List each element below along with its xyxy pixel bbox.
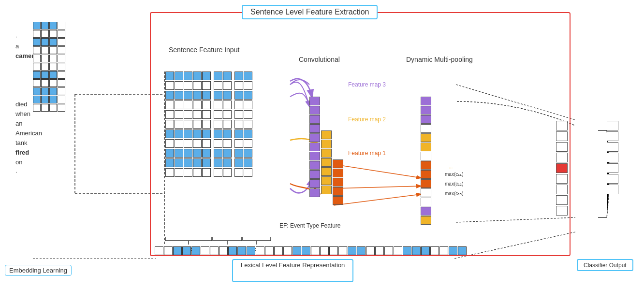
diagram-container: · a cameraman died when an American tank… [0, 0, 644, 288]
output-col [556, 121, 568, 216]
word-american: American [15, 130, 42, 137]
feature-map-3-col [309, 97, 320, 197]
max-c12-label: max(c₁₂) [445, 181, 464, 187]
lexical-label: Lexical Level Feature Representation [241, 261, 345, 269]
word-dot-bottom: · [15, 168, 17, 175]
classifier-output-box: Classifier Output [577, 259, 633, 271]
word-fired: fired [15, 149, 29, 156]
classifier-output-label: Classifier Output [584, 262, 627, 269]
lexical-box: Lexical Level Feature Representation [232, 259, 353, 282]
word-on: on [15, 158, 22, 166]
header-sentence-feature-input: Sentence Feature Input [169, 46, 239, 54]
header-convolutional: Convolutional [299, 56, 340, 63]
embedding-label-box: Embedding Learning [5, 265, 72, 276]
embed-grid [33, 22, 65, 112]
word-dot-top: · [15, 33, 17, 40]
label-feature-map-1: Feature map 1 [348, 150, 386, 157]
lexical-feature-row [155, 246, 467, 255]
feature-map-2-col [321, 130, 332, 194]
max-c13-label: max(c₁₃) [445, 191, 464, 196]
label-ef-event: EF: Event Type Feature [279, 222, 341, 229]
label-feature-map-2: Feature map 2 [348, 116, 386, 123]
sfi-grid [165, 72, 252, 177]
dmp-purple-col [421, 97, 431, 225]
word-died: died [15, 101, 28, 108]
final-output-col [607, 121, 618, 194]
feature-map-1-col [333, 159, 343, 205]
header-dynamic-multi-pooling: Dynamic Multi-pooling [406, 56, 473, 63]
sentence-level-title: Sentence Level Feature Extraction [250, 8, 369, 16]
word-an: an [15, 120, 22, 127]
embedding-label: Embedding Learning [9, 267, 67, 274]
sentence-level-title-box: Sentence Level Feature Extraction [242, 5, 378, 19]
word-when: when [15, 110, 30, 117]
max-c11-label: max(c₁₁) [445, 172, 464, 177]
word-tank: tank [15, 139, 28, 146]
word-a: a [15, 43, 19, 50]
label-feature-map-3: Feature map 3 [348, 81, 386, 88]
